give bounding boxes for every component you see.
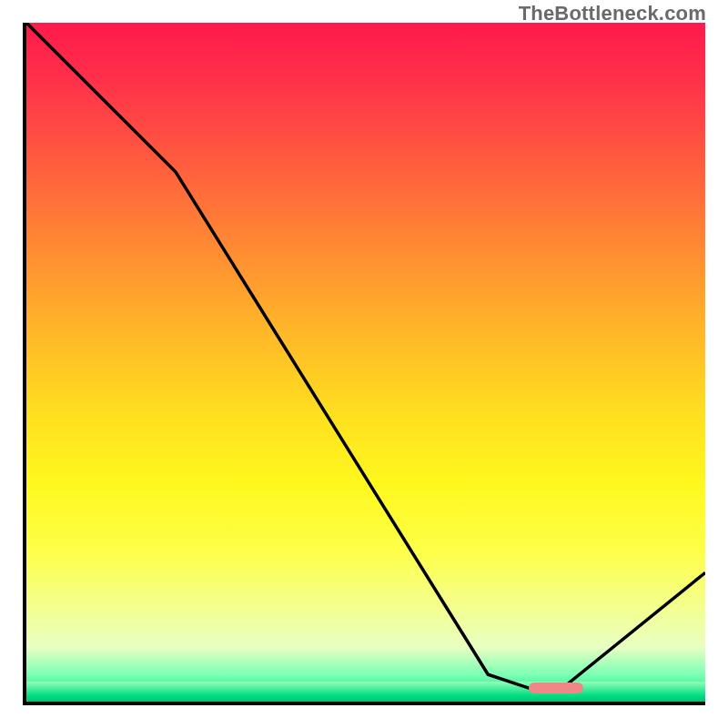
plot-area	[23, 23, 705, 705]
bottleneck-curve	[26, 23, 705, 702]
curve-path	[26, 23, 705, 688]
chart-container: TheBottleneck.com	[0, 0, 728, 728]
optimal-range-marker	[529, 682, 583, 693]
